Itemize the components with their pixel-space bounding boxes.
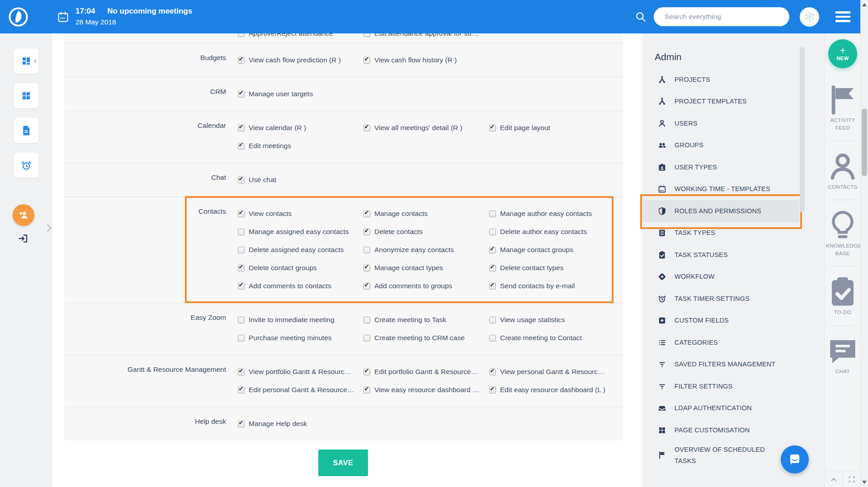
permission-checkbox[interactable] — [363, 335, 370, 342]
permission-checkbox[interactable] — [489, 247, 496, 253]
admin-menu-item-workflow[interactable]: WORKFLOW — [642, 266, 799, 288]
app-logo[interactable] — [0, 6, 36, 28]
admin-menu-item-task-statuses[interactable]: TASK STATUSES — [642, 244, 799, 266]
admin-menu-item-overview-of-scheduled-tasks[interactable]: OVERVIEW OF SCHEDULED TASKS — [642, 441, 799, 470]
rail-item-chat[interactable]: CHAT — [825, 332, 860, 378]
permission-checkbox[interactable] — [363, 387, 370, 393]
permission-label: Edit personal Gantt & Resource… — [249, 386, 354, 394]
avatar[interactable]: ✻ — [800, 7, 819, 27]
permission-section-budgets: BudgetsView cash flow prediction (R )Vie… — [64, 43, 623, 77]
permission-item: Manage user targets — [231, 85, 357, 103]
logout-icon[interactable] — [18, 234, 28, 244]
permission-checkbox[interactable] — [238, 143, 245, 150]
permission-checkbox[interactable] — [489, 369, 496, 375]
permission-checkbox[interactable] — [489, 387, 496, 393]
fullscreen-button[interactable] — [843, 471, 861, 487]
permission-checkbox[interactable] — [363, 33, 370, 37]
permission-checkbox[interactable] — [238, 177, 245, 183]
admin-menu-item-ldap-authentication[interactable]: LDAP AUTHENTICATION — [642, 398, 799, 420]
permission-label: Delete author easy contacts — [500, 228, 587, 236]
permission-checkbox[interactable] — [238, 57, 245, 64]
rail-item-knowledge-base[interactable]: KNOWLEDGE BASE — [825, 206, 860, 261]
sidebar-module-button-3[interactable] — [14, 118, 38, 143]
scrollbar-up-arrow-icon[interactable] — [862, 3, 867, 6]
add-contact-button[interactable] — [13, 204, 34, 226]
admin-menu-item-user-types[interactable]: USER TYPES — [642, 156, 799, 178]
admin-sidebar-scrollbar[interactable] — [800, 47, 805, 212]
permission-checkbox[interactable] — [363, 283, 370, 290]
admin-menu-item-task-timer-settings[interactable]: TASK TIMER SETTINGS — [642, 288, 799, 310]
admin-menu-item-projects[interactable]: PROJECTS — [642, 69, 799, 91]
hierarchy-icon — [658, 75, 666, 84]
permission-checkbox[interactable] — [363, 317, 370, 323]
permission-checkbox[interactable] — [238, 317, 245, 323]
scroll-top-button[interactable] — [825, 471, 843, 487]
admin-menu-item-project-templates[interactable]: PROJECT TEMPLATES — [642, 91, 799, 113]
admin-menu-item-saved-filters-management[interactable]: SAVED FILTERS MANAGEMENT — [642, 354, 799, 376]
permission-checkbox[interactable] — [489, 317, 496, 323]
save-button[interactable]: SAVE — [318, 450, 368, 476]
permission-item: View contacts — [231, 205, 357, 223]
admin-menu-item-categories[interactable]: CATEGORIES — [642, 332, 799, 354]
flyout-arrow-icon — [34, 59, 37, 63]
rail-divider — [830, 266, 855, 267]
permission-checkbox[interactable] — [238, 125, 245, 131]
current-date: 28 May 2018 — [75, 17, 192, 27]
support-chat-button[interactable] — [781, 445, 809, 473]
permission-checkbox[interactable] — [238, 335, 245, 342]
admin-menu-item-task-types[interactable]: TASK TYPES — [642, 222, 799, 244]
admin-menu-item-groups[interactable]: GROUPS — [642, 135, 799, 157]
rail-item-activity-feed[interactable]: ACTIVITY FEED — [825, 80, 860, 135]
scrollbar-down-arrow-icon[interactable] — [862, 481, 867, 484]
permission-checkbox[interactable] — [238, 211, 245, 217]
admin-menu-item-filter-settings[interactable]: FILTER SETTINGS — [642, 375, 799, 398]
permission-checkbox[interactable] — [238, 91, 245, 98]
permission-checkbox[interactable] — [238, 33, 245, 37]
new-button[interactable]: + NEW — [828, 39, 857, 68]
permission-label: Edit portfolio Gantt & Resource… — [374, 368, 478, 376]
browser-scrollbar[interactable] — [860, 0, 868, 487]
permissions-panel: Approve/Reject attendanceEdit attendance… — [52, 33, 642, 487]
permission-category-label: Easy Zoom — [64, 311, 231, 347]
permission-checkbox[interactable] — [489, 211, 496, 217]
admin-sidebar-title: Admin — [655, 52, 825, 62]
scrollbar-thumb[interactable] — [862, 108, 867, 176]
rail-divider — [830, 325, 855, 326]
permission-checkbox[interactable] — [238, 229, 245, 235]
permission-checkbox[interactable] — [363, 125, 370, 131]
permission-section-help-desk: Help deskManage Help desk — [64, 407, 623, 440]
rail-item-contacts[interactable]: CONTACTS — [825, 147, 860, 194]
permission-checkbox[interactable] — [489, 335, 496, 342]
admin-menu-item-working-time-templates[interactable]: WORKING TIME - TEMPLATES — [642, 178, 799, 201]
permission-checkbox[interactable] — [489, 125, 496, 131]
permission-checkbox[interactable] — [363, 247, 370, 253]
sidebar-module-button-1[interactable] — [14, 48, 38, 74]
admin-menu-item-custom-fields[interactable]: CUSTOM FIELDS — [642, 310, 799, 332]
permission-checkbox[interactable] — [363, 229, 370, 235]
permission-checkbox[interactable] — [489, 283, 496, 290]
admin-menu-item-page-customisation[interactable]: PAGE CUSTOMISATION — [642, 419, 799, 441]
sidebar-module-button-2[interactable] — [14, 83, 38, 108]
permission-checkbox[interactable] — [238, 283, 245, 290]
permission-checkbox[interactable] — [238, 387, 245, 393]
permission-checkbox[interactable] — [363, 211, 370, 217]
permission-checkbox[interactable] — [238, 247, 245, 253]
permission-checkbox[interactable] — [238, 265, 245, 272]
admin-menu-item-roles-and-permissions[interactable]: ROLES AND PERMISSIONS — [642, 200, 799, 222]
search-input[interactable] — [654, 7, 789, 26]
permission-item: Manage assigned easy contacts — [231, 223, 357, 241]
permission-checkbox[interactable] — [363, 369, 370, 375]
permission-checkbox[interactable] — [489, 229, 496, 235]
permission-checkbox[interactable] — [363, 57, 370, 64]
search-icon[interactable] — [635, 11, 646, 23]
permission-item: View cash flow prediction (R ) — [231, 51, 357, 69]
hamburger-menu-icon[interactable] — [835, 9, 850, 24]
admin-menu-item-users[interactable]: USERS — [642, 112, 799, 135]
rail-item-to-do[interactable]: TO-DO — [825, 272, 860, 319]
permission-checkbox[interactable] — [363, 265, 370, 272]
permission-checkbox[interactable] — [238, 421, 245, 427]
sidebar-module-button-4[interactable] — [14, 153, 38, 178]
permission-checkbox[interactable] — [238, 369, 245, 375]
meeting-widget[interactable]: 17:04 No upcoming meetings 28 May 2018 — [75, 6, 192, 27]
permission-checkbox[interactable] — [489, 265, 496, 272]
